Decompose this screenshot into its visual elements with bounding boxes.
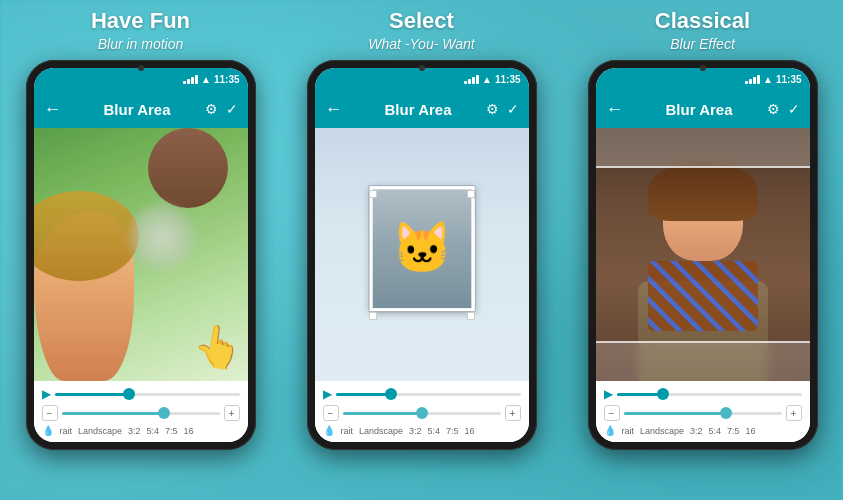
photo1-person2-head [148, 128, 228, 208]
section-select: Select What -You- Want ▲ 11:35 [281, 0, 562, 500]
phone1-ratio-landscape[interactable]: Landscape [78, 426, 122, 436]
signal-bar1 [745, 81, 748, 84]
phone1-photo: 👆 [34, 128, 248, 381]
signal-bar4 [195, 75, 198, 84]
phone1-screen: ▲ 11:35 ← Blur Area ⚙ ✓ [34, 68, 248, 442]
phone1-camera [138, 65, 144, 71]
phone2-ratio-16[interactable]: 16 [465, 426, 475, 436]
phone1-slider2-row: − + [42, 405, 240, 421]
phone1-minus-btn[interactable]: − [42, 405, 58, 421]
photo1-blur-effect [129, 204, 194, 269]
section1-title: Have Fun [91, 8, 190, 34]
phone2-back-icon[interactable]: ← [325, 99, 343, 120]
section-classical: Classical Blur Effect ▲ 11:35 [562, 0, 843, 500]
phone1-ratio-portrait[interactable]: rait [60, 426, 73, 436]
phone3: ▲ 11:35 ← Blur Area ⚙ ✓ [588, 60, 818, 450]
phone3-slider1-track[interactable] [617, 393, 802, 396]
phone2-wifi-icon: ▲ [482, 74, 492, 85]
photo3-hair [648, 161, 758, 221]
phone2-camera [419, 65, 425, 71]
phone3-ratio-32[interactable]: 3:2 [690, 426, 703, 436]
phone1-plus-btn[interactable]: + [224, 405, 240, 421]
phone2-play-icon[interactable]: ▶ [323, 387, 332, 401]
phone3-status-icons: ▲ 11:35 [745, 74, 801, 85]
phone2-slider1-track[interactable] [336, 393, 521, 396]
photo3-scarf [648, 261, 758, 331]
phone2-slider2-track[interactable] [343, 412, 501, 415]
section2-subtitle: What -You- Want [368, 36, 474, 52]
phone1-check-icon[interactable]: ✓ [226, 101, 238, 117]
handle-br[interactable] [467, 312, 475, 320]
phone2-signal [464, 74, 479, 84]
phone1-toolbar-icons: ⚙ ✓ [205, 101, 238, 117]
phone1-slider1-track[interactable] [55, 393, 240, 396]
phone3-ratio-54[interactable]: 5:4 [709, 426, 722, 436]
signal-bar4 [757, 75, 760, 84]
handle-tl[interactable] [369, 190, 377, 198]
content-area: Have Fun Blur in motion ▲ 11:35 [0, 0, 843, 500]
phone1-signal [183, 74, 198, 84]
phone2-slider1-fill [336, 393, 392, 396]
phone2-ratio-landscape[interactable]: Landscape [359, 426, 403, 436]
phone2-ratio-32[interactable]: 3:2 [409, 426, 422, 436]
phone2: ▲ 11:35 ← Blur Area ⚙ ✓ [307, 60, 537, 450]
phone3-wifi-icon: ▲ [763, 74, 773, 85]
phone1-ratio-row: 💧 rait Landscape 3:2 5:4 7:5 16 [42, 425, 240, 436]
phone3-toolbar-icons: ⚙ ✓ [767, 101, 800, 117]
phone2-check-icon[interactable]: ✓ [507, 101, 519, 117]
phone1-play-icon[interactable]: ▶ [42, 387, 51, 401]
section2-title: Select [389, 8, 454, 34]
phone3-ratio-landscape[interactable]: Landscape [640, 426, 684, 436]
phone3-ratio-portrait[interactable]: rait [622, 426, 635, 436]
photo3-blur-bottom [596, 341, 810, 381]
phone2-plus-btn[interactable]: + [505, 405, 521, 421]
phone2-ratio-portrait[interactable]: rait [341, 426, 354, 436]
phone2-toolbar: ← Blur Area ⚙ ✓ [315, 90, 529, 128]
phone3-back-icon[interactable]: ← [606, 99, 624, 120]
phone3-check-icon[interactable]: ✓ [788, 101, 800, 117]
phone3-slider2-thumb [720, 407, 732, 419]
phone1-ratio-32[interactable]: 3:2 [128, 426, 141, 436]
signal-bar2 [749, 79, 752, 84]
phone1-slider1-fill [55, 393, 129, 396]
phone1-slider2-track[interactable] [62, 412, 220, 415]
phone1-gear-icon[interactable]: ⚙ [205, 101, 218, 117]
phone1-slider1-row: ▶ [42, 387, 240, 401]
signal-bar2 [187, 79, 190, 84]
phone3-signal [745, 74, 760, 84]
phone3-ratio-16[interactable]: 16 [746, 426, 756, 436]
phone3-gear-icon[interactable]: ⚙ [767, 101, 780, 117]
phone1: ▲ 11:35 ← Blur Area ⚙ ✓ [26, 60, 256, 450]
phone3-ratio-row: 💧 rait Landscape 3:2 5:4 7:5 16 [604, 425, 802, 436]
phone1-wifi-icon: ▲ [201, 74, 211, 85]
phone3-play-icon[interactable]: ▶ [604, 387, 613, 401]
phone3-ratio-75[interactable]: 7:5 [727, 426, 740, 436]
phone1-ratio-75[interactable]: 7:5 [165, 426, 178, 436]
phone2-ratio-75[interactable]: 7:5 [446, 426, 459, 436]
phone2-statusbar: ▲ 11:35 [315, 68, 529, 90]
phone1-ratio-54[interactable]: 5:4 [147, 426, 160, 436]
phone1-slider1-thumb [123, 388, 135, 400]
phone2-gear-icon[interactable]: ⚙ [486, 101, 499, 117]
phone3-plus-btn[interactable]: + [786, 405, 802, 421]
phone1-back-icon[interactable]: ← [44, 99, 62, 120]
phone3-statusbar: ▲ 11:35 [596, 68, 810, 90]
phone3-slider2-track[interactable] [624, 412, 782, 415]
phone2-ratio-row: 💧 rait Landscape 3:2 5:4 7:5 16 [323, 425, 521, 436]
phone2-time: 11:35 [495, 74, 521, 85]
handle-tr[interactable] [467, 190, 475, 198]
phone2-ratio-54[interactable]: 5:4 [428, 426, 441, 436]
phone1-ratio-16[interactable]: 16 [184, 426, 194, 436]
photo3-line-bottom [596, 341, 810, 343]
phone2-minus-btn[interactable]: − [323, 405, 339, 421]
phone3-minus-btn[interactable]: − [604, 405, 620, 421]
phone3-ratio-icon: 💧 [604, 425, 616, 436]
signal-bar4 [476, 75, 479, 84]
phone2-toolbar-icons: ⚙ ✓ [486, 101, 519, 117]
handle-bl[interactable] [369, 312, 377, 320]
phone2-slider1-thumb [385, 388, 397, 400]
signal-bar1 [464, 81, 467, 84]
signal-bar1 [183, 81, 186, 84]
phone2-photo-area: 🐱 [315, 128, 529, 381]
phone2-ratio-icon: 💧 [323, 425, 335, 436]
